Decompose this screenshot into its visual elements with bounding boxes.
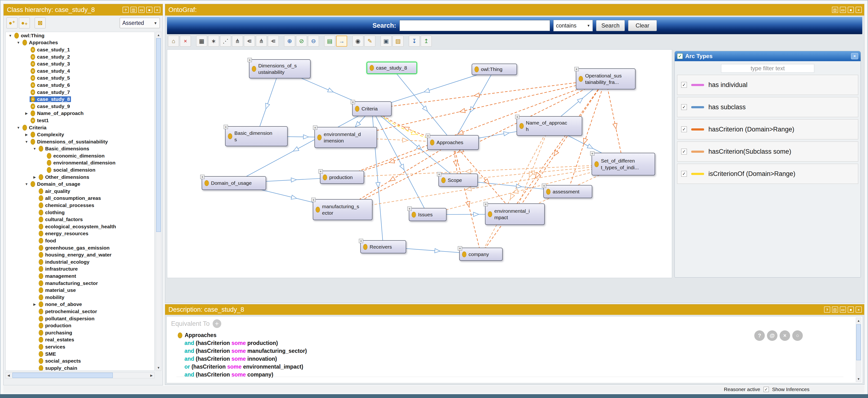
graph-node-assessment[interactable]: +assessment <box>543 185 592 198</box>
zoom-in-icon[interactable]: ⊕ <box>284 36 295 47</box>
scroll-up-icon[interactable]: ▲ <box>156 32 161 38</box>
arc-type-checkbox[interactable]: ✓ <box>681 149 687 154</box>
tree-item-Approaches[interactable]: ▼Approaches <box>6 39 154 47</box>
tree-item-clothing[interactable]: clothing <box>6 209 154 216</box>
graph-node-case_study_8[interactable]: case_study_8 <box>367 62 417 74</box>
tree-item-case_study_5[interactable]: ≡case_study_5 <box>6 74 154 82</box>
graph-node-operational[interactable]: +Operational_sus tainability_fra... <box>576 68 636 89</box>
window-control-icon[interactable]: ◫ <box>130 7 137 13</box>
window-control-icon[interactable]: ? <box>123 7 129 13</box>
graph-node-domain_of_usage[interactable]: +Domain_of_usage <box>202 176 266 190</box>
tree-item-social_aspects[interactable]: social_aspects <box>6 357 154 365</box>
tree-item-purchasing[interactable]: purchasing <box>6 329 154 336</box>
tree-item-economic_dimension[interactable]: economic_dimension <box>6 152 154 159</box>
window-control-icon[interactable]: ◫ <box>832 7 838 13</box>
window-control-icon[interactable]: ◫ <box>832 306 838 313</box>
description-vertical-scrollbar[interactable]: ▲ ▼ <box>856 317 861 382</box>
graph-node-environmental_dimension[interactable]: +environmental_d imension <box>314 127 377 148</box>
expand-toggle-icon[interactable]: ▶ <box>23 133 30 136</box>
arc-type-checkbox[interactable]: ✓ <box>681 104 687 110</box>
expand-node-icon[interactable]: + <box>515 115 519 119</box>
graph-node-scope[interactable]: +Scope <box>438 174 478 187</box>
window-control-icon[interactable]: ■ <box>146 7 152 13</box>
expand-node-icon[interactable]: + <box>437 172 441 176</box>
axiom-action-icon[interactable]: @ <box>767 330 777 341</box>
clear-button[interactable]: Clear <box>628 20 657 31</box>
tree-item-social_dimension[interactable]: social_dimension <box>6 166 154 174</box>
tree-horizontal-scrollbar[interactable]: ◀ ▶ <box>5 372 155 378</box>
tree-item-mobility[interactable]: mobility <box>6 294 154 301</box>
annotate-icon[interactable]: ✎ <box>364 36 375 47</box>
tree-item-Complexity[interactable]: ▶Complexity <box>6 131 154 138</box>
snapshot-icon[interactable]: ◉ <box>352 36 363 47</box>
expand-toggle-icon[interactable]: ▼ <box>7 34 13 37</box>
save-icon[interactable]: ▣ <box>381 36 392 47</box>
graph-canvas[interactable]: +Dimensions_of_s ustainabilitycase_study… <box>167 50 672 278</box>
tree-item-test1[interactable]: ≡test1 <box>6 117 154 124</box>
tree-item-owl:Thing[interactable]: ▼owl:Thing <box>6 32 154 39</box>
graph-node-name_of_approach[interactable]: +Name_of_approac h <box>517 116 582 136</box>
tree-item-petrochemical_sector[interactable]: petrochemical_sector <box>6 308 154 315</box>
tree-item-environmental_dimension[interactable]: environmental_dimension <box>6 159 154 166</box>
expand-toggle-icon[interactable]: ▶ <box>32 302 38 306</box>
export-dot-icon[interactable]: ↥ <box>421 36 432 47</box>
scrollbar-thumb[interactable] <box>856 325 861 360</box>
window-control-icon[interactable]: ? <box>824 306 830 313</box>
expand-node-icon[interactable]: + <box>426 134 430 138</box>
arc-type-checkbox[interactable]: ✓ <box>681 82 687 88</box>
graph-node-production[interactable]: +production <box>320 171 364 184</box>
tree-item-industrial_ecology[interactable]: industrial_ecology <box>6 258 154 266</box>
tree-item-housing_energy_and_water[interactable]: housing_energy_and_water <box>6 251 154 258</box>
window-control-icon[interactable]: ■ <box>848 306 854 313</box>
expand-node-icon[interactable]: + <box>200 175 205 179</box>
expand-node-icon[interactable]: + <box>359 239 363 243</box>
expand-toggle-icon[interactable]: ▼ <box>32 147 38 151</box>
expand-toggle-icon[interactable]: ▼ <box>15 126 22 129</box>
radial-layout-icon[interactable]: ∗ <box>208 36 219 47</box>
expand-node-icon[interactable]: + <box>351 100 355 104</box>
graph-node-criteria[interactable]: +Criteria <box>352 101 392 116</box>
window-control-icon[interactable]: × <box>856 7 862 13</box>
spring-layout-icon[interactable]: ⋰ <box>220 36 231 47</box>
tree-item-chemical_processes[interactable]: chemical_processes <box>6 202 154 209</box>
expand-node-icon[interactable]: + <box>484 202 488 206</box>
tree-item-manufacturing_sector[interactable]: manufacturing_sector <box>6 280 154 287</box>
tree-item-air_quality[interactable]: air_quality <box>6 188 154 195</box>
graph-node-dimensions[interactable]: +Dimensions_of_s ustainability <box>249 59 311 79</box>
scroll-down-icon[interactable]: ▼ <box>856 376 861 382</box>
tree-item-infrastructure[interactable]: infrastructure <box>6 266 154 273</box>
tree-item-management[interactable]: management <box>6 273 154 280</box>
tree-item-food[interactable]: food <box>6 237 154 244</box>
home-icon[interactable]: ⌂ <box>168 36 179 47</box>
scrollbar-thumb[interactable] <box>156 38 161 232</box>
tree-item-supply_chain[interactable]: supply_chain <box>6 365 154 371</box>
tree-item-material_use[interactable]: material_use <box>6 286 154 294</box>
grid-layout-icon[interactable]: ▦ <box>196 36 207 47</box>
tree-item-Basic_dimensions[interactable]: ▼Basic_dimensions <box>6 145 154 153</box>
scroll-left-icon[interactable]: ◀ <box>6 372 11 378</box>
tree-item-Name_of_approach[interactable]: ▶Name_of_approach <box>6 110 154 117</box>
expand-node-icon[interactable]: + <box>224 125 228 129</box>
add-subclass-button[interactable]: ●⁺ <box>6 18 18 28</box>
tree-item-case_study_6[interactable]: ≡case_study_6 <box>6 82 154 89</box>
expand-node-icon[interactable]: + <box>311 198 316 202</box>
arc-filter-input[interactable] <box>721 64 814 73</box>
window-control-icon[interactable]: × <box>154 7 160 13</box>
tree-item-all_consumption_areas[interactable]: all_consumption_areas <box>6 195 154 202</box>
graph-node-environmental_impact[interactable]: +environmental_i mpact <box>485 204 545 225</box>
open-icon[interactable]: ▨ <box>393 36 404 47</box>
window-control-icon[interactable]: ▭ <box>840 7 846 13</box>
expand-toggle-icon[interactable]: ▼ <box>23 182 30 186</box>
tree-item-Other_dimensions[interactable]: ▶Other_dimensions <box>6 174 154 181</box>
graph-node-owl_thing[interactable]: owl:Thing <box>472 64 517 75</box>
window-control-icon[interactable]: ▭ <box>840 306 846 313</box>
scroll-up-icon[interactable]: ▲ <box>856 318 861 324</box>
axiom-action-icon[interactable]: ○ <box>792 330 803 341</box>
tree-item-Dimensions_of_sustainability[interactable]: ▼Dimensions_of_sustainability <box>6 138 154 145</box>
close-icon[interactable]: × <box>851 53 858 59</box>
search-button[interactable]: Search <box>596 20 625 31</box>
asserted-dropdown[interactable]: Asserted ▼ <box>120 18 160 28</box>
graph-node-basic_dimensions[interactable]: +Basic_dimension s <box>225 126 288 146</box>
add-equivalent-icon[interactable]: + <box>213 319 221 328</box>
tree-vertical-layout-icon[interactable]: ⋔ <box>232 36 243 47</box>
